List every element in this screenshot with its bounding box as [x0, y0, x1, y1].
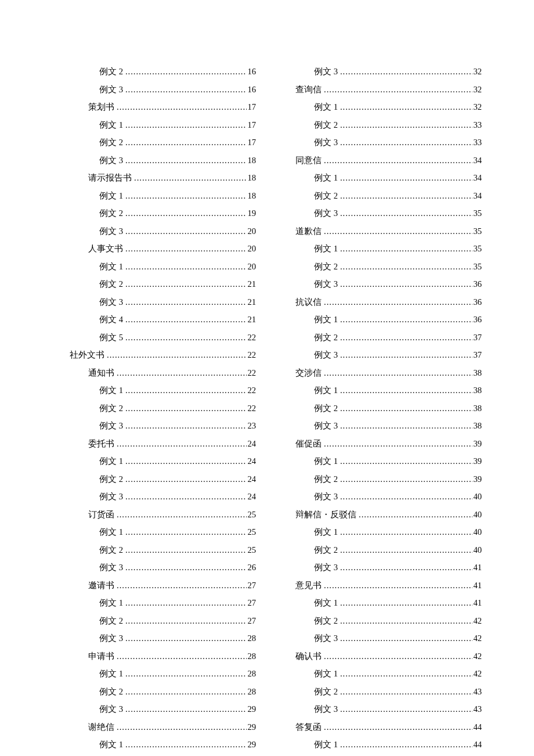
toc-leader [125, 240, 247, 258]
toc-leader [117, 435, 247, 453]
toc-entry: 例文 522 [52, 329, 256, 347]
toc-entry-page: 25 [248, 506, 257, 524]
toc-entry-title: 例文 1 [99, 381, 123, 399]
toc-entry: 例文 224 [52, 470, 256, 488]
toc-entry-title: 例文 3 [314, 559, 338, 577]
toc-entry-title: 例文 2 [99, 275, 123, 293]
toc-entry-page: 40 [474, 506, 482, 524]
toc-leader [340, 488, 472, 506]
toc-entry-title: 例文 3 [99, 559, 123, 577]
toc-leader [340, 559, 472, 577]
toc-entry-page: 41 [474, 559, 482, 577]
toc-leader [125, 81, 247, 99]
toc-entry-title: 例文 2 [314, 470, 338, 488]
toc-entry: 例文 136 [278, 311, 482, 329]
toc-leader [125, 700, 247, 718]
toc-entry: 意见书41 [278, 577, 482, 595]
toc-entry: 例文 128 [52, 665, 256, 683]
toc-leader [125, 629, 247, 647]
toc-entry-page: 17 [248, 98, 257, 116]
toc-entry-page: 44 [474, 736, 482, 754]
toc-leader [117, 647, 247, 665]
toc-entry-title: 例文 2 [99, 541, 123, 559]
toc-entry: 例文 332 [278, 63, 482, 81]
toc-leader [340, 541, 472, 559]
toc-leader [340, 700, 472, 718]
toc-leader [125, 258, 247, 276]
toc-entry-page: 34 [474, 152, 482, 170]
toc-leader [125, 63, 247, 81]
toc-entry-page: 44 [474, 718, 482, 736]
toc-entry-title: 例文 3 [314, 629, 338, 647]
toc-leader [125, 488, 247, 506]
toc-leader [340, 329, 472, 347]
toc-leader [107, 346, 247, 364]
toc-entry-page: 27 [248, 594, 257, 612]
toc-entry-title: 例文 3 [314, 134, 338, 152]
toc-entry-title: 例文 3 [99, 293, 123, 311]
toc-leader [340, 612, 472, 630]
toc-leader [117, 506, 247, 524]
toc-entry-page: 35 [474, 204, 482, 222]
toc-leader [340, 452, 472, 470]
toc-entry: 例文 138 [278, 381, 482, 399]
toc-entry-page: 42 [474, 665, 482, 683]
toc-entry-page: 30 [248, 754, 257, 757]
toc-entry-page: 24 [248, 452, 257, 470]
toc-entry-page: 29 [248, 736, 257, 754]
toc-entry: 例文 127 [52, 594, 256, 612]
toc-leader [359, 506, 472, 524]
toc-entry: 例文 225 [52, 541, 256, 559]
toc-entry-title: 道歉信 [295, 222, 322, 240]
toc-entry-page: 42 [474, 629, 482, 647]
toc-entry-title: 人事文书 [88, 240, 123, 258]
toc-leader [340, 98, 472, 116]
toc-leader [117, 718, 247, 736]
toc-leader [324, 364, 472, 382]
toc-entry: 例文 239 [278, 470, 482, 488]
toc-leader [340, 629, 472, 647]
toc-entry-page: 17 [248, 134, 257, 152]
toc-leader [125, 754, 247, 757]
toc-entry-page: 20 [248, 240, 257, 258]
toc-entry: 通知书22 [52, 364, 256, 382]
toc-entry-title: 策划书 [88, 98, 114, 116]
toc-leader [340, 63, 472, 81]
toc-entry-page: 39 [474, 435, 482, 453]
toc-leader [340, 187, 472, 205]
toc-entry: 答复函44 [278, 718, 482, 736]
toc-leader [324, 577, 472, 595]
toc-entry: 例文 240 [278, 541, 482, 559]
toc-entry: 例文 139 [278, 452, 482, 470]
toc-entry-title: 例文 2 [99, 683, 123, 701]
toc-entry-page: 36 [474, 293, 482, 311]
toc-entry: 例文 135 [278, 240, 482, 258]
toc-entry-title: 答复函 [295, 718, 322, 736]
toc-entry: 例文 338 [278, 417, 482, 435]
toc-entry-title: 查询信 [295, 81, 322, 99]
toc-entry-title: 例文 3 [314, 346, 338, 364]
toc-entry-page: 36 [474, 311, 482, 329]
toc-entry-page: 28 [248, 629, 257, 647]
toc-entry-page: 39 [474, 470, 482, 488]
toc-entry: 例文 316 [52, 81, 256, 99]
toc-entry: 例文 243 [278, 683, 482, 701]
toc-leader [324, 81, 472, 99]
toc-entry-title: 例文 2 [314, 399, 338, 417]
toc-leader [340, 754, 472, 757]
toc-entry: 例文 125 [52, 523, 256, 541]
toc-entry-title: 例文 2 [314, 541, 338, 559]
toc-entry-title: 例文 2 [99, 470, 123, 488]
toc-leader [125, 222, 247, 240]
toc-entry-title: 例文 4 [99, 311, 123, 329]
toc-entry-title: 抗议信 [295, 293, 322, 311]
toc-entry-title: 订货函 [88, 506, 114, 524]
toc-leader [117, 577, 247, 595]
toc-entry-title: 例文 1 [99, 523, 123, 541]
toc-entry: 例文 230 [52, 754, 256, 757]
toc-entry-page: 27 [248, 577, 257, 595]
toc-entry-page: 35 [474, 240, 482, 258]
toc-leader [340, 116, 472, 134]
toc-entry-title: 例文 5 [99, 329, 123, 347]
toc-entry: 例文 141 [278, 594, 482, 612]
